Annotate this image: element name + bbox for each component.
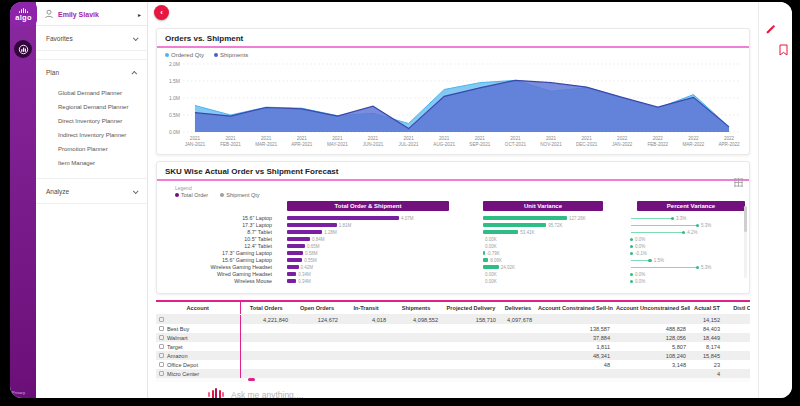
legend-item-shipments[interactable]: Shipments bbox=[214, 52, 248, 58]
percent-variance-line bbox=[631, 232, 683, 233]
total-order-bar[interactable] bbox=[287, 216, 399, 220]
table-column-header[interactable]: Open Orders bbox=[292, 302, 342, 315]
chevron-down-icon bbox=[133, 188, 139, 194]
unit-variance-bar[interactable] bbox=[483, 216, 567, 220]
expand-icon[interactable] bbox=[159, 317, 164, 322]
table-row[interactable]: Amazon48,341108,24015,845 bbox=[156, 351, 750, 360]
total-order-bar[interactable] bbox=[287, 272, 296, 276]
unit-variance-bar[interactable] bbox=[483, 230, 518, 234]
bar-value-label: 0.0% bbox=[635, 279, 645, 284]
total-order-bar[interactable] bbox=[287, 279, 296, 283]
percent-variance-dot[interactable] bbox=[671, 217, 675, 221]
expand-icon[interactable] bbox=[159, 371, 164, 376]
sku-chart-grid: Total Order & Shipment Unit Variance Per… bbox=[165, 201, 741, 285]
total-order-bar[interactable] bbox=[287, 230, 322, 234]
sidebar-item-regional-demand-planner[interactable]: Regional Demand Planner bbox=[36, 100, 147, 114]
sidebar-item-global-demand-planner[interactable]: Global Demand Planner bbox=[36, 86, 147, 100]
sidebar-item-indirect-inventory-planner[interactable]: Indirect Inventory Planner bbox=[36, 128, 147, 142]
unit-variance-bar[interactable] bbox=[483, 265, 499, 269]
sidebar-item-plan[interactable]: Plan bbox=[36, 59, 147, 84]
total-order-bar[interactable] bbox=[287, 251, 303, 255]
table-row[interactable]: Target1,8115,8078,174 bbox=[156, 342, 750, 351]
table-column-header[interactable]: Distl Constrained S bbox=[724, 302, 750, 315]
expand-icon[interactable] bbox=[159, 326, 164, 331]
expand-icon[interactable] bbox=[159, 353, 164, 358]
grid-view-icon[interactable] bbox=[734, 178, 743, 187]
value-cell bbox=[724, 315, 750, 325]
table-column-header[interactable]: Actual ST bbox=[690, 302, 724, 315]
table-column-header[interactable]: Account Unconstrained Sell-In bbox=[614, 302, 690, 315]
table-column-header[interactable]: Projected Delivery bbox=[442, 302, 500, 315]
sku-scrollbar[interactable] bbox=[744, 206, 747, 278]
table-row[interactable]: Walmart37,884128,05618,449 bbox=[156, 333, 750, 342]
algo-logo[interactable]: algo bbox=[10, 2, 37, 26]
analytics-badge-icon[interactable] bbox=[14, 40, 32, 58]
value-cell bbox=[500, 369, 536, 378]
back-button[interactable]: ‹ bbox=[154, 5, 169, 20]
value-cell bbox=[724, 351, 750, 360]
sidebar-item-analyze[interactable]: Analyze bbox=[36, 179, 147, 203]
ask-input[interactable] bbox=[231, 390, 431, 398]
pink-underline bbox=[157, 46, 749, 48]
table-row[interactable]: Office Depot483,14823 bbox=[156, 360, 750, 369]
scrollbar-thumb[interactable] bbox=[744, 206, 747, 232]
unit-variance-bar[interactable] bbox=[483, 223, 546, 227]
x-tick-label: 2021NOV-2021 bbox=[540, 136, 561, 147]
total-order-bar[interactable] bbox=[287, 244, 305, 248]
unit-variance-bar[interactable] bbox=[483, 258, 488, 262]
percent-variance-dot[interactable] bbox=[630, 245, 634, 249]
sidebar-item-favorites[interactable]: Favorites bbox=[36, 26, 147, 50]
total-order-bar[interactable] bbox=[287, 237, 310, 241]
expand-icon[interactable] bbox=[159, 335, 164, 340]
table-hscrollbar[interactable] bbox=[156, 378, 750, 382]
percent-variance-dot[interactable] bbox=[630, 273, 634, 277]
orders-area-svg[interactable] bbox=[183, 60, 741, 136]
bar-value-label: 0.65M bbox=[307, 244, 320, 249]
legend-item-shipment-qty[interactable]: Shipment Qty bbox=[220, 192, 259, 198]
sidebar-item-item-manager[interactable]: Item Manager bbox=[36, 156, 147, 170]
table-row[interactable]: Micro Center4 bbox=[156, 369, 750, 378]
table-column-header[interactable]: Deliveries bbox=[500, 302, 536, 315]
value-cell: 48 bbox=[536, 360, 614, 369]
table-column-header[interactable]: Account bbox=[156, 302, 240, 315]
legend-item-ordered-qty[interactable]: Ordered Qty bbox=[165, 52, 204, 58]
sidebar-item-direct-inventory-planner[interactable]: Direct Inventory Planner bbox=[36, 114, 147, 128]
bookmark-icon[interactable] bbox=[779, 44, 788, 56]
expand-icon[interactable] bbox=[159, 362, 164, 367]
x-tick-label: 2021JUN-2021 bbox=[363, 136, 384, 147]
x-tick-label: 2021JUL-2021 bbox=[399, 136, 419, 147]
table-column-header[interactable]: In-Transit bbox=[342, 302, 390, 315]
sidebar: Emily Slavik ▸ Favorites Plan Global Dem… bbox=[36, 2, 148, 398]
table-column-header[interactable]: Shipments bbox=[390, 302, 442, 315]
x-tick-label: 2021OCT-2021 bbox=[505, 136, 526, 147]
legend-item-total-order[interactable]: Total Order bbox=[175, 192, 208, 198]
sidebar-item-promotion-planner[interactable]: Promotion Planner bbox=[36, 142, 147, 156]
percent-variance-dot[interactable] bbox=[648, 259, 652, 263]
bar-value-label: 95.72K bbox=[548, 223, 562, 228]
bar-value-label: 0.00K bbox=[485, 237, 497, 242]
value-cell bbox=[442, 360, 500, 369]
percent-variance-dot[interactable] bbox=[696, 224, 700, 228]
total-order-bar[interactable] bbox=[287, 265, 299, 269]
table-column-header[interactable]: Account Constrained Sell-In Fcst bbox=[536, 302, 614, 315]
table-row[interactable]: Best Buy138,587488,82884,403 bbox=[156, 324, 750, 333]
table-row[interactable]: 4,221,840124,6724,0184,098,552158,7104,0… bbox=[156, 315, 750, 325]
percent-variance-dot[interactable] bbox=[630, 238, 634, 242]
value-cell bbox=[724, 342, 750, 351]
voice-waveform-icon[interactable] bbox=[208, 388, 224, 398]
y-tick-label: 1.5M bbox=[169, 78, 180, 84]
percent-variance-dot[interactable] bbox=[682, 231, 686, 235]
expand-icon[interactable] bbox=[159, 344, 164, 349]
edit-pencil-icon[interactable] bbox=[765, 24, 776, 35]
value-cell: 158,710 bbox=[442, 315, 500, 325]
percent-variance-dot[interactable] bbox=[696, 266, 700, 270]
unit-variance-bar[interactable] bbox=[483, 251, 485, 255]
total-order-bar[interactable] bbox=[287, 258, 302, 262]
table-column-header[interactable]: Total Orders bbox=[240, 302, 292, 315]
percent-variance-dot[interactable] bbox=[630, 252, 634, 256]
user-menu[interactable]: Emily Slavik ▸ bbox=[36, 2, 147, 26]
total-order-bar[interactable] bbox=[287, 223, 337, 227]
percent-variance-dot[interactable] bbox=[630, 280, 634, 284]
scrollbar-thumb[interactable] bbox=[248, 378, 255, 381]
value-cell: 4,098,552 bbox=[390, 315, 442, 325]
